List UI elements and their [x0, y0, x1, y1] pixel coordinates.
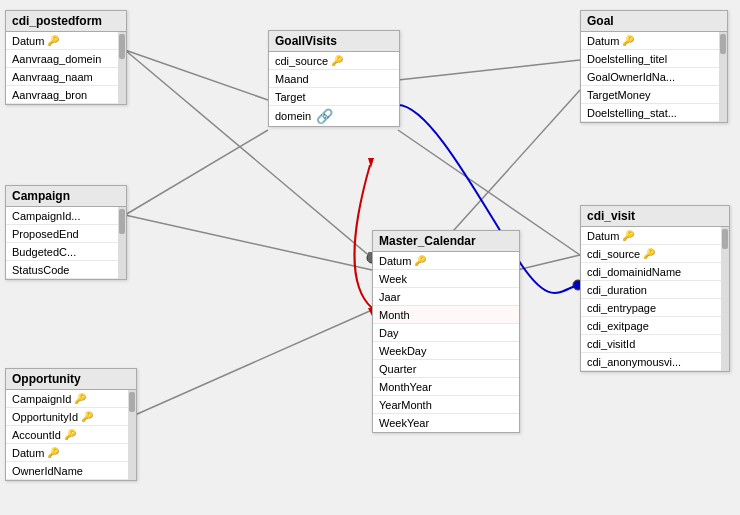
table-master-calendar: Master_Calendar Datum 🔑 Week Jaar Month …: [372, 230, 520, 433]
diagram-canvas: cdi_postedform Datum 🔑 Aanvraag_domein A…: [0, 0, 740, 515]
field-goal-targetmoney: TargetMoney: [581, 86, 727, 104]
field-cdi-postedform-datum: Datum 🔑: [6, 32, 126, 50]
field-mc-quarter: Quarter: [373, 360, 519, 378]
key-icon: 🔑: [47, 35, 59, 46]
field-goallvisits-cdisource: cdi_source 🔑: [269, 52, 399, 70]
field-cdivisit-cdientrypage: cdi_entrypage: [581, 299, 729, 317]
table-goallvisits-header: GoallVisits: [269, 31, 399, 52]
key-icon: 🔑: [622, 35, 634, 46]
field-cdivisit-cdisource: cdi_source 🔑: [581, 245, 729, 263]
table-cdi-visit-header: cdi_visit: [581, 206, 729, 227]
field-mc-day: Day: [373, 324, 519, 342]
field-mc-week: Week: [373, 270, 519, 288]
table-cdi-postedform-header: cdi_postedform: [6, 11, 126, 32]
table-goallvisits: GoallVisits cdi_source 🔑 Maand Target do…: [268, 30, 400, 127]
field-goal-goalowneridna: GoalOwnerIdNa...: [581, 68, 727, 86]
key-icon: 🔑: [74, 393, 86, 404]
table-goal: Goal Datum 🔑 Doelstelling_titel GoalOwne…: [580, 10, 728, 123]
field-goallvisits-domein: domein 🔗: [269, 106, 399, 126]
key-icon: 🔑: [64, 429, 76, 440]
table-goal-header: Goal: [581, 11, 727, 32]
field-goal-doelstellingstat: Doelstelling_stat...: [581, 104, 727, 122]
svg-line-5: [398, 60, 580, 80]
key-icon: 🔑: [622, 230, 634, 241]
field-cdivisit-datum: Datum 🔑: [581, 227, 729, 245]
field-mc-datum: Datum 🔑: [373, 252, 519, 270]
field-opportunity-opportunityid: OpportunityId 🔑: [6, 408, 136, 426]
table-cdi-visit: cdi_visit Datum 🔑 cdi_source 🔑 cdi_domai…: [580, 205, 730, 372]
svg-marker-11: [368, 158, 374, 168]
field-mc-jaar: Jaar: [373, 288, 519, 306]
field-goal-datum: Datum 🔑: [581, 32, 727, 50]
key-icon: 🔑: [414, 255, 426, 266]
field-cdi-postedform-aanvraag-bron: Aanvraag_bron: [6, 86, 126, 104]
key-icon: 🔑: [331, 55, 343, 66]
table-master-calendar-header: Master_Calendar: [373, 231, 519, 252]
table-campaign-header: Campaign: [6, 186, 126, 207]
field-mc-yearmonth: YearMonth: [373, 396, 519, 414]
table-campaign: Campaign CampaignId... ProposedEnd Budge…: [5, 185, 127, 280]
field-goal-doelstellingtitel: Doelstelling_titel: [581, 50, 727, 68]
key-icon: 🔑: [81, 411, 93, 422]
field-mc-month: Month: [373, 306, 519, 324]
key-icon: 🔑: [643, 248, 655, 259]
field-mc-weekyear: WeekYear: [373, 414, 519, 432]
table-opportunity: Opportunity CampaignId 🔑 OpportunityId 🔑…: [5, 368, 137, 481]
svg-line-2: [125, 130, 268, 215]
field-mc-weekday: WeekDay: [373, 342, 519, 360]
field-opportunity-datum: Datum 🔑: [6, 444, 136, 462]
field-cdivisit-cdidomainidname: cdi_domainidName: [581, 263, 729, 281]
svg-line-3: [125, 215, 372, 270]
field-opportunity-accountid: AccountId 🔑: [6, 426, 136, 444]
field-mc-monthyear: MonthYear: [373, 378, 519, 396]
field-goallvisits-maand: Maand: [269, 70, 399, 88]
svg-line-0: [125, 50, 268, 100]
field-opportunity-owneridname: OwnerIdName: [6, 462, 136, 480]
svg-line-7: [517, 255, 580, 270]
field-cdi-postedform-aanvraag-domein: Aanvraag_domein: [6, 50, 126, 68]
field-cdivisit-cdianonymousvi: cdi_anonymousvi...: [581, 353, 729, 371]
table-opportunity-header: Opportunity: [6, 369, 136, 390]
link-icon-domein: 🔗: [316, 108, 333, 124]
field-cdivisit-cdiexitpage: cdi_exitpage: [581, 317, 729, 335]
field-campaign-budgetedc: BudgetedC...: [6, 243, 126, 261]
field-cdivisit-cdiduration: cdi_duration: [581, 281, 729, 299]
field-cdivisit-cdivisitid: cdi_visitId: [581, 335, 729, 353]
field-cdi-postedform-aanvraag-naam: Aanvraag_naam: [6, 68, 126, 86]
field-goallvisits-target: Target: [269, 88, 399, 106]
svg-line-6: [445, 90, 580, 240]
field-campaign-proposedend: ProposedEnd: [6, 225, 126, 243]
field-campaign-statuscode: StatusCode: [6, 261, 126, 279]
field-campaign-campaignid: CampaignId...: [6, 207, 126, 225]
svg-line-4: [135, 310, 372, 415]
key-icon: 🔑: [47, 447, 59, 458]
table-cdi-postedform: cdi_postedform Datum 🔑 Aanvraag_domein A…: [5, 10, 127, 105]
field-opportunity-campaignid: CampaignId 🔑: [6, 390, 136, 408]
